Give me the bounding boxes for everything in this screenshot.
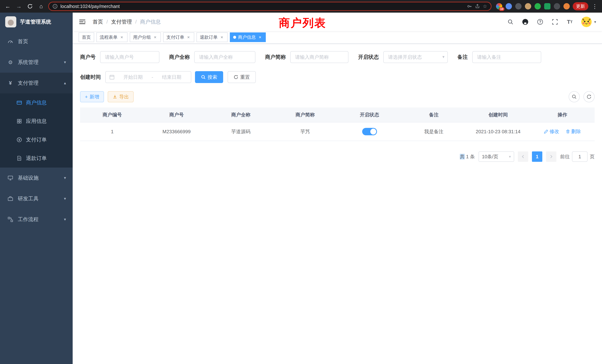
sidebar-item-label: 工作流程 (18, 216, 39, 223)
search-button[interactable]: 搜索 (195, 71, 223, 83)
info-icon[interactable] (53, 4, 57, 9)
tab-home[interactable]: 首页 (79, 32, 94, 42)
pagination-total: 共 1 条 (460, 153, 475, 160)
refresh-table-button[interactable] (583, 91, 595, 102)
active-dot (233, 36, 236, 39)
browser-menu-icon[interactable]: ⋮ (591, 3, 598, 10)
add-button[interactable]: + 新增 (80, 91, 104, 102)
sidebar-item-pay-order[interactable]: 支付订单 (0, 130, 73, 149)
trash-icon (566, 129, 570, 134)
cell-create-time: 2021-10-23 08:31:14 (466, 122, 530, 141)
remark-input[interactable] (472, 51, 541, 63)
cell-short-name: 芋艿 (273, 122, 337, 141)
status-label: 开启状态 (358, 54, 379, 61)
sidebar-logo[interactable]: 芋道管理系统 (0, 13, 73, 31)
tab-process-form[interactable]: 流程表单 × (96, 32, 128, 42)
status-toggle[interactable] (362, 128, 377, 135)
github-icon[interactable] (522, 18, 529, 26)
calendar-icon (109, 75, 115, 80)
breadcrumb-separator: / (135, 19, 137, 25)
sidebar-item-pay[interactable]: ¥ 支付管理 ▴ (0, 73, 73, 93)
extension-icon[interactable]: 10 (496, 3, 502, 10)
key-icon[interactable] (467, 4, 472, 9)
sidebar-item-home[interactable]: 首页 (0, 31, 73, 52)
tab-pay-order[interactable]: 支付订单 × (163, 32, 194, 42)
sidebar-item-workflow[interactable]: 工作流程 ▾ (0, 209, 73, 230)
forward-icon[interactable]: → (15, 2, 23, 10)
create-time-range-picker[interactable]: 开始日期 - 结束日期 (105, 71, 191, 83)
extension-icon[interactable] (506, 3, 512, 10)
sidebar-item-refund-order[interactable]: 退款订单 (0, 149, 73, 168)
close-icon[interactable]: × (119, 35, 124, 40)
url-text[interactable]: localhost:1024/pay/merchant (60, 4, 464, 9)
sidebar-item-dev-tools[interactable]: 研发工具 ▾ (0, 188, 73, 209)
share-icon[interactable] (475, 4, 480, 9)
tab-label: 退款订单 (200, 34, 218, 40)
prev-page-button[interactable] (518, 151, 528, 162)
sidebar-item-app-info[interactable]: 应用信息 (0, 112, 73, 130)
main-area: 首页 / 支付管理 / 商户信息 商户列表 (73, 13, 602, 364)
plus-icon: + (85, 94, 88, 100)
tab-refund-order[interactable]: 退款订单 × (196, 32, 228, 42)
export-button[interactable]: 导出 (108, 91, 134, 102)
goto-page-input[interactable] (572, 151, 588, 162)
edit-button[interactable]: 修改 (544, 128, 559, 135)
page-size-select[interactable]: 10条/页 ▾ (479, 151, 514, 162)
workflow-icon (7, 217, 13, 222)
breadcrumb-pay[interactable]: 支付管理 (111, 18, 132, 25)
col-create-time: 创建时间 (466, 107, 530, 122)
merchant-name-input[interactable] (194, 51, 255, 63)
search-icon[interactable] (507, 18, 514, 26)
fullscreen-icon[interactable] (551, 18, 559, 26)
breadcrumb-home[interactable]: 首页 (93, 18, 103, 25)
tab-user-group[interactable]: 用户分组 × (130, 32, 161, 42)
sidebar-item-infra[interactable]: 基础设施 ▾ (0, 168, 73, 188)
url-bar[interactable]: localhost:1024/pay/merchant ☆ (48, 2, 492, 11)
chevron-up-icon: ▴ (64, 81, 66, 86)
col-merchant-name: 商户全称 (209, 107, 273, 122)
hide-search-button[interactable] (569, 91, 580, 102)
bookmark-star-icon[interactable]: ☆ (483, 3, 487, 9)
extension-icon[interactable] (525, 3, 531, 10)
back-icon[interactable]: ← (4, 2, 12, 10)
merchant-no-input[interactable] (100, 51, 159, 63)
pagination: 共 1 条 10条/页 ▾ 1 (80, 151, 595, 162)
total-count: 1 (466, 154, 469, 159)
next-page-button[interactable] (546, 151, 556, 162)
close-icon[interactable]: × (258, 35, 262, 40)
search-icon (201, 75, 206, 79)
reset-button[interactable]: 重置 (228, 71, 256, 83)
tab-merchant-info[interactable]: 商户信息 × (230, 32, 266, 42)
pay-circle-icon (16, 137, 22, 142)
delete-button[interactable]: 删除 (566, 128, 581, 135)
close-icon[interactable]: × (219, 35, 224, 40)
cell-name: 芋道源码 (209, 122, 273, 141)
page-number-button[interactable]: 1 (532, 151, 542, 162)
export-button-label: 导出 (119, 94, 129, 100)
chevron-left-icon (521, 155, 525, 159)
sidebar-item-label: 系统管理 (18, 59, 39, 66)
home-icon[interactable]: ⌂ (37, 2, 45, 10)
puzzle-icon[interactable] (554, 3, 560, 10)
hamburger-icon[interactable] (79, 18, 87, 26)
extension-icon[interactable] (535, 3, 541, 10)
edit-label: 修改 (549, 128, 559, 135)
close-icon[interactable]: × (186, 35, 191, 40)
user-avatar[interactable]: ▾ (581, 16, 596, 27)
merchant-short-input[interactable] (290, 51, 348, 63)
sidebar-item-merchant-info[interactable]: 商户信息 (0, 93, 73, 112)
close-icon[interactable]: × (153, 35, 158, 40)
browser-update-button[interactable]: 更新 (573, 2, 588, 10)
extensions-row: 10 (494, 3, 570, 10)
sidebar-item-system[interactable]: ⚙ 系统管理 ▾ (0, 52, 73, 73)
help-icon[interactable] (536, 18, 544, 26)
status-select[interactable] (383, 51, 448, 63)
extension-icon[interactable] (515, 3, 522, 10)
sidebar-item-label: 支付订单 (26, 136, 47, 143)
extension-icon[interactable] (544, 3, 550, 10)
sidebar-menu: 首页 ⚙ 系统管理 ▾ ¥ 支付管理 ▴ (0, 31, 73, 364)
chevron-down-icon: ▾ (64, 217, 66, 222)
font-size-icon[interactable]: TT (566, 18, 573, 26)
profile-avatar-icon[interactable] (563, 3, 570, 10)
reload-icon[interactable] (26, 2, 34, 10)
